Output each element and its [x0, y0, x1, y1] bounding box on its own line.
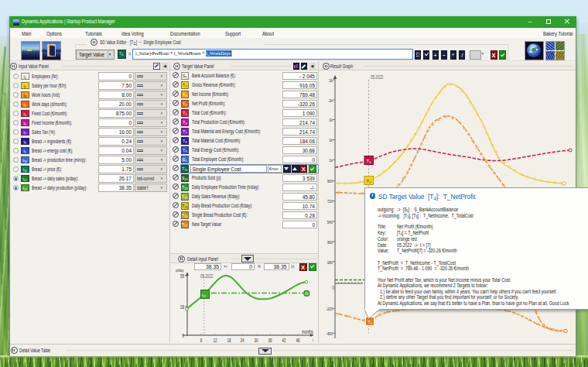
svg-text:T5: T5 — [367, 159, 372, 164]
svg-text:T2: T2 — [367, 179, 372, 184]
